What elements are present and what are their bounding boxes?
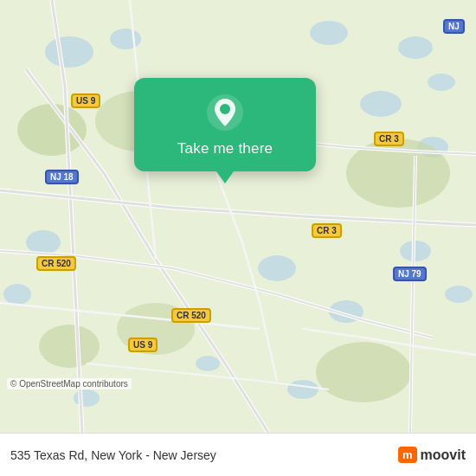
bottom-bar: 535 Texas Rd, New York - New Jersey m mo… (0, 433, 476, 476)
svg-point-21 (316, 342, 411, 402)
road-badge-us9-top: US 9 (71, 93, 100, 108)
svg-point-13 (445, 286, 473, 303)
svg-point-14 (196, 356, 220, 371)
road-badge-nj79: NJ 79 (393, 267, 427, 281)
moovit-logo: m moovit (398, 447, 466, 463)
address-label: 535 Texas Rd, New York - New Jersey (10, 448, 216, 462)
svg-point-15 (287, 380, 318, 399)
map-attribution: © OpenStreetMap contributors (7, 378, 132, 389)
svg-point-8 (26, 230, 61, 254)
road-badge-cr520-left: CR 520 (36, 256, 76, 271)
svg-point-12 (400, 241, 431, 261)
road-badge-cr520-bottom: CR 520 (171, 308, 211, 323)
svg-point-6 (360, 91, 402, 117)
svg-point-4 (398, 36, 433, 59)
svg-point-24 (220, 104, 230, 114)
svg-point-5 (428, 74, 455, 91)
road-badge-nj-top-right: NJ (443, 19, 465, 34)
location-popup: Take me there (134, 78, 316, 171)
svg-point-1 (45, 36, 93, 68)
moovit-name: moovit (421, 447, 466, 463)
svg-point-2 (110, 29, 141, 49)
svg-point-17 (17, 104, 87, 156)
take-me-there-button[interactable]: Take me there (177, 140, 273, 158)
road-badge-cr3-right: CR 3 (374, 132, 404, 146)
location-pin-icon (206, 93, 244, 132)
road-badge-us9-bottom: US 9 (128, 338, 158, 352)
moovit-m-icon: m (398, 447, 417, 463)
road-badge-nj18: NJ 18 (45, 170, 79, 184)
svg-point-3 (310, 21, 348, 45)
road-badge-cr3-mid: CR 3 (312, 223, 342, 238)
svg-point-16 (74, 389, 100, 407)
map-view[interactable]: US 9 NJ 18 CR 3 CR 520 CR 520 NJ 79 US 9… (0, 0, 476, 433)
svg-point-10 (258, 255, 296, 281)
svg-point-9 (3, 284, 31, 305)
svg-point-22 (39, 325, 100, 368)
